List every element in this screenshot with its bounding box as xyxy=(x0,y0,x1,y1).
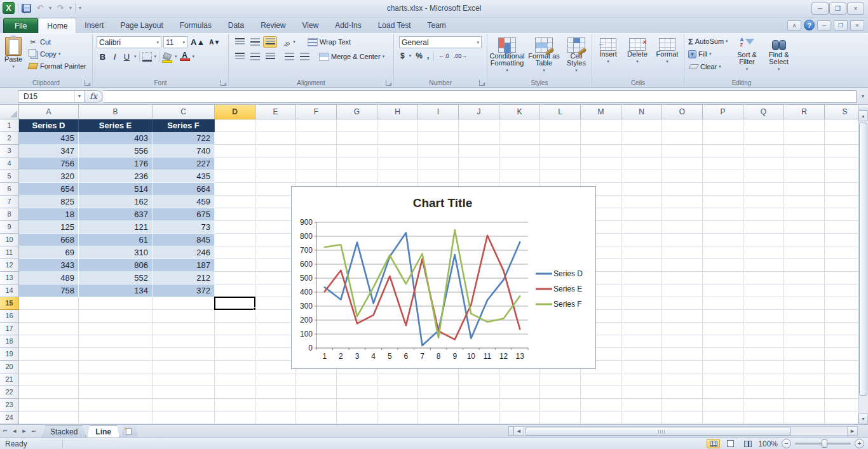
increase-indent-button[interactable] xyxy=(297,51,311,62)
row-header-13[interactable]: 13 xyxy=(0,272,19,285)
table-header-cell[interactable]: Series D xyxy=(19,119,79,132)
insert-worksheet-button[interactable]: ✦ xyxy=(121,426,138,437)
table-cell[interactable]: 320 xyxy=(19,170,79,183)
column-header-J[interactable]: J xyxy=(459,105,499,119)
chart-object[interactable]: Chart Title01002003004005006007008009001… xyxy=(291,186,596,369)
table-cell[interactable]: 372 xyxy=(153,285,215,297)
cut-button[interactable]: ✂ Cut xyxy=(27,36,88,48)
underline-button[interactable]: U xyxy=(122,52,132,62)
grow-font-button[interactable]: A▲ xyxy=(189,36,206,48)
format-as-table-button[interactable]: Format as Table▾ xyxy=(528,36,560,74)
ribbon-tab-home[interactable]: Home xyxy=(38,18,76,33)
vertical-scroll-thumb[interactable] xyxy=(859,123,867,396)
table-cell[interactable]: 552 xyxy=(79,272,153,285)
paste-button[interactable]: Paste▾ xyxy=(0,35,27,72)
row-header-17[interactable]: 17 xyxy=(0,323,19,335)
table-cell[interactable]: 806 xyxy=(79,259,153,272)
minimize-button[interactable]: ─ xyxy=(811,3,829,15)
align-left-button[interactable] xyxy=(233,51,247,62)
table-cell[interactable]: 556 xyxy=(79,145,153,157)
ribbon-tab-formulas[interactable]: Formulas xyxy=(172,18,220,33)
column-header-C[interactable]: C xyxy=(153,105,215,119)
accounting-format-button[interactable]: $ xyxy=(400,51,405,60)
workbook-restore-button[interactable]: ❐ xyxy=(834,20,848,30)
column-header-G[interactable]: G xyxy=(337,105,377,119)
row-header-1[interactable]: 1 xyxy=(0,119,19,132)
row-header-9[interactable]: 9 xyxy=(0,221,19,234)
table-cell[interactable]: 246 xyxy=(153,246,215,259)
name-box-dropdown-icon[interactable]: ▾ xyxy=(74,91,84,102)
minimize-ribbon-icon[interactable]: ∧ xyxy=(787,20,801,30)
table-cell[interactable]: 403 xyxy=(79,132,153,145)
split-handle[interactable] xyxy=(508,426,513,436)
scroll-right-icon[interactable]: ▶ xyxy=(847,426,858,436)
scroll-down-icon[interactable]: ▼ xyxy=(858,413,868,424)
column-header-E[interactable]: E xyxy=(255,105,296,119)
comma-style-button[interactable]: , xyxy=(427,51,429,60)
insert-function-icon[interactable]: fx xyxy=(90,91,97,101)
table-cell[interactable]: 162 xyxy=(79,196,153,208)
number-dialog-launcher[interactable] xyxy=(479,80,485,86)
row-header-5[interactable]: 5 xyxy=(0,170,19,183)
clipboard-dialog-launcher[interactable] xyxy=(85,80,90,86)
row-header-4[interactable]: 4 xyxy=(0,157,19,170)
ribbon-tab-load-test[interactable]: Load Test xyxy=(370,18,419,33)
insert-cells-button[interactable]: ← Insert▾ xyxy=(595,36,621,65)
table-cell[interactable]: 459 xyxy=(153,196,215,208)
table-cell[interactable]: 347 xyxy=(19,145,79,157)
column-header-A[interactable]: A xyxy=(19,105,79,119)
ribbon-tab-data[interactable]: Data xyxy=(220,18,252,33)
align-center-button[interactable] xyxy=(248,51,262,62)
fill-color-dropdown-icon[interactable]: ▾ xyxy=(175,54,177,59)
table-cell[interactable]: 176 xyxy=(79,157,153,170)
table-cell[interactable]: 69 xyxy=(19,246,79,259)
row-header-7[interactable]: 7 xyxy=(0,196,19,208)
last-sheet-icon[interactable]: ⏭ xyxy=(29,427,38,436)
align-top-button[interactable] xyxy=(233,36,247,48)
scroll-up-icon[interactable]: ▲ xyxy=(858,111,868,121)
conditional-formatting-button[interactable]: Conditional Formatting▾ xyxy=(489,36,526,74)
row-header-22[interactable]: 22 xyxy=(0,386,19,399)
horizontal-scroll-thumb[interactable] xyxy=(526,427,791,436)
row-header-18[interactable]: 18 xyxy=(0,335,19,348)
zoom-in-button[interactable]: + xyxy=(855,439,864,448)
first-sheet-icon[interactable]: ⏮ xyxy=(1,427,10,436)
table-cell[interactable]: 740 xyxy=(153,145,215,157)
table-header-cell[interactable]: Series F xyxy=(153,119,215,132)
row-header-20[interactable]: 20 xyxy=(0,361,19,373)
copy-button[interactable]: Copy▾ xyxy=(27,48,88,60)
column-header-K[interactable]: K xyxy=(499,105,540,119)
row-header-2[interactable]: 2 xyxy=(0,132,19,145)
workbook-minimize-button[interactable]: ─ xyxy=(817,20,831,30)
row-header-12[interactable]: 12 xyxy=(0,259,19,272)
page-layout-view-button[interactable] xyxy=(724,439,737,448)
next-sheet-icon[interactable]: ▶ xyxy=(20,427,29,436)
zoom-slider[interactable] xyxy=(795,443,851,445)
selected-cell-D15[interactable] xyxy=(214,297,255,310)
name-box[interactable]: D15 ▾ xyxy=(18,90,85,103)
table-cell[interactable]: 637 xyxy=(79,208,153,221)
wrap-text-button[interactable]: Wrap Text xyxy=(306,36,352,48)
row-header-19[interactable]: 19 xyxy=(0,348,19,361)
alignment-dialog-launcher[interactable] xyxy=(386,80,391,86)
formula-input[interactable] xyxy=(103,90,857,103)
column-header-R[interactable]: R xyxy=(784,105,825,119)
previous-sheet-icon[interactable]: ◀ xyxy=(10,427,19,436)
restore-button[interactable]: ❐ xyxy=(829,3,846,15)
row-header-15[interactable]: 15 xyxy=(0,297,19,310)
table-cell[interactable]: 227 xyxy=(153,157,215,170)
borders-icon[interactable] xyxy=(142,52,152,62)
delete-cells-button[interactable]: × Delete▾ xyxy=(625,36,650,65)
row-header-16[interactable]: 16 xyxy=(0,310,19,323)
column-header-N[interactable]: N xyxy=(621,105,662,119)
select-all-button[interactable] xyxy=(0,105,19,119)
row-header-24[interactable]: 24 xyxy=(0,412,19,424)
sheet-tab-line[interactable]: Line xyxy=(87,426,119,438)
table-cell[interactable]: 675 xyxy=(153,208,215,221)
row-header-23[interactable]: 23 xyxy=(0,399,19,412)
row-header-21[interactable]: 21 xyxy=(0,373,19,386)
table-cell[interactable]: 125 xyxy=(19,221,79,234)
column-header-M[interactable]: M xyxy=(581,105,621,119)
format-painter-button[interactable]: Format Painter xyxy=(27,60,88,72)
table-cell[interactable]: 121 xyxy=(79,221,153,234)
